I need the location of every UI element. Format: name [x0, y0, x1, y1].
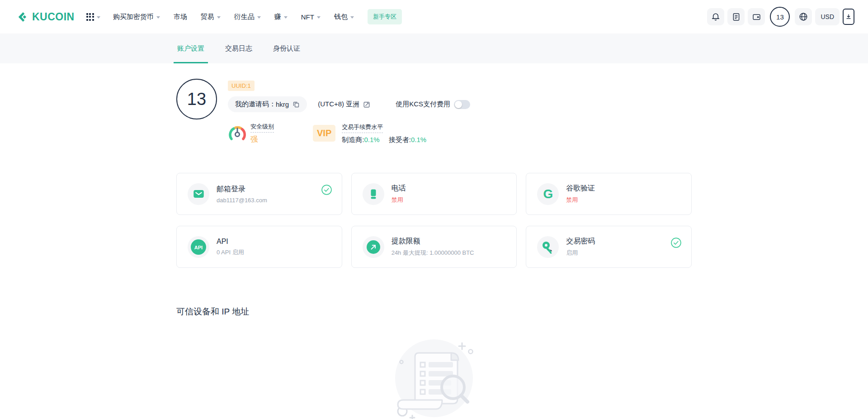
orders-icon: [731, 12, 741, 22]
wallet-button[interactable]: [748, 8, 765, 25]
nav-item-label: NFT: [301, 13, 314, 21]
nav-item-1[interactable]: 市场: [174, 13, 187, 21]
tab-label: 交易日志: [225, 44, 252, 53]
nav-item-label: 赚: [274, 13, 281, 21]
svg-text:API: API: [194, 244, 203, 250]
vip-badge: VIP: [313, 125, 335, 142]
referral-label: 我的邀请码：: [235, 100, 276, 109]
chevron-down-icon: [257, 16, 261, 19]
globe-icon: [798, 12, 808, 22]
notifications-button[interactable]: [707, 8, 724, 25]
timezone-row: (UTC+8) 亚洲: [318, 100, 370, 109]
copy-icon: [292, 101, 300, 108]
newbie-zone-badge[interactable]: 新手专区: [368, 9, 402, 24]
google-icon: G: [537, 183, 559, 205]
security-level-block: 安全级别 强: [228, 122, 274, 144]
nav-item-3[interactable]: 衍生品: [234, 13, 261, 21]
profile-section: 13 UUID:1 我的邀请码： hkrg (UTC+8) 亚洲: [176, 79, 692, 144]
chevron-down-icon: [317, 16, 321, 19]
uuid-badge: UUID:1: [228, 81, 255, 91]
taker-fee-label: 接受者:: [389, 136, 411, 143]
security-card-4[interactable]: 提款限额24h 最大提现: 1.00000000 BTC: [351, 226, 517, 268]
tab-2[interactable]: 身份认证: [272, 33, 301, 63]
language-button[interactable]: [795, 8, 812, 25]
account-settings-page: 13 UUID:1 我的邀请码： hkrg (UTC+8) 亚洲: [176, 79, 692, 419]
chevron-down-icon: [156, 16, 160, 19]
card-title: 电话: [392, 184, 406, 193]
currency-button[interactable]: USD: [815, 8, 840, 25]
nav-item-label: 衍生品: [234, 13, 255, 21]
check-circle-icon: [671, 238, 681, 250]
kucoin-logo-icon: [16, 11, 28, 23]
taker-fee-value: 0.1%: [411, 136, 426, 143]
withdraw-icon: [363, 236, 384, 258]
kcs-fee-row: 使用KCS支付费用: [396, 100, 470, 109]
security-card-5[interactable]: 交易密码启用: [526, 226, 692, 268]
card-title: 提款限额: [392, 237, 474, 246]
security-gauge-icon: [228, 124, 247, 143]
kcs-toggle-label: 使用KCS支付费用: [396, 100, 450, 109]
kcs-fee-toggle[interactable]: [454, 100, 470, 109]
card-subtitle: 24h 最大提现: 1.00000000 BTC: [392, 249, 474, 257]
security-level-value: 强: [250, 135, 274, 144]
check-circle-icon: [321, 185, 332, 197]
fee-level-label: 交易手续费水平: [342, 123, 383, 133]
tab-1[interactable]: 交易日志: [224, 33, 253, 63]
nav-item-2[interactable]: 贸易: [201, 13, 221, 21]
orders-button[interactable]: [727, 8, 745, 25]
tab-label: 账户设置: [177, 44, 204, 53]
security-card-0[interactable]: 邮箱登录dab1117@163.com: [176, 173, 342, 215]
nav-item-label: 购买加密货币: [113, 13, 154, 21]
card-subtitle: 禁用: [566, 196, 595, 204]
trusted-devices-empty-state: 设置设备管理前请开启谷歌或短信验证 启用: [176, 337, 692, 419]
tab-0[interactable]: 账户设置: [176, 33, 205, 63]
edit-timezone-button[interactable]: [363, 101, 370, 108]
security-level-label: 安全级别: [250, 123, 274, 133]
wallet-icon: [752, 12, 761, 22]
apps-grid-icon[interactable]: [86, 13, 94, 21]
security-cards-grid: 邮箱登录dab1117@163.com电话禁用G谷歌验证禁用APIAPI0 AP…: [176, 173, 692, 268]
fee-values: 制造商:0.1% 接受者:0.1%: [342, 136, 434, 144]
main-menu: 购买加密货币市场贸易衍生品赚NFT钱包: [113, 13, 368, 21]
download-app-button[interactable]: [843, 9, 854, 25]
security-card-2[interactable]: G谷歌验证禁用: [526, 173, 692, 215]
nav-item-4[interactable]: 赚: [274, 13, 288, 21]
chevron-down-icon: [217, 16, 221, 19]
bell-icon: [711, 12, 721, 22]
user-avatar[interactable]: 13: [770, 7, 790, 27]
referral-code: hkrg: [276, 100, 289, 108]
settings-tab-bar: 账户设置交易日志身份认证: [0, 33, 868, 63]
edit-icon: [363, 101, 370, 108]
nav-item-label: 市场: [174, 13, 187, 21]
referral-code-pill: 我的邀请码： hkrg: [228, 96, 307, 112]
phone-icon: [363, 183, 384, 205]
currency-label: USD: [821, 13, 834, 20]
card-subtitle: 禁用: [392, 196, 406, 204]
timezone-value: (UTC+8) 亚洲: [318, 100, 359, 109]
card-title: 邮箱登录: [217, 185, 267, 194]
security-card-1[interactable]: 电话禁用: [351, 173, 517, 215]
nav-item-label: 贸易: [201, 13, 214, 21]
nav-right-controls: 13 USD: [707, 7, 854, 27]
security-card-3[interactable]: APIAPI0 API 启用: [176, 226, 342, 268]
maker-fee-label: 制造商:: [342, 136, 364, 143]
fee-level-block: VIP 交易手续费水平 制造商:0.1% 接受者:0.1%: [313, 123, 434, 144]
card-subtitle: dab1117@163.com: [217, 197, 267, 204]
card-title: 谷歌验证: [566, 184, 595, 193]
empty-list-illustration: [389, 337, 479, 419]
api-icon: API: [188, 236, 209, 258]
nav-item-0[interactable]: 购买加密货币: [113, 13, 160, 21]
card-title: 交易密码: [566, 237, 595, 246]
nav-item-5[interactable]: NFT: [301, 13, 321, 21]
top-navigation: KUCOIN 购买加密货币市场贸易衍生品赚NFT钱包 新手专区: [0, 0, 868, 33]
nav-item-6[interactable]: 钱包: [334, 13, 354, 21]
kucoin-logo[interactable]: KUCOIN: [16, 11, 75, 23]
email-icon: [188, 183, 209, 205]
chevron-down-icon: [350, 16, 354, 19]
key-icon: [537, 236, 559, 258]
card-subtitle: 0 API 启用: [217, 248, 244, 257]
profile-avatar-number: 13: [187, 90, 206, 109]
tab-label: 身份认证: [273, 44, 300, 53]
card-subtitle: 启用: [566, 249, 595, 257]
copy-referral-button[interactable]: [292, 101, 300, 108]
